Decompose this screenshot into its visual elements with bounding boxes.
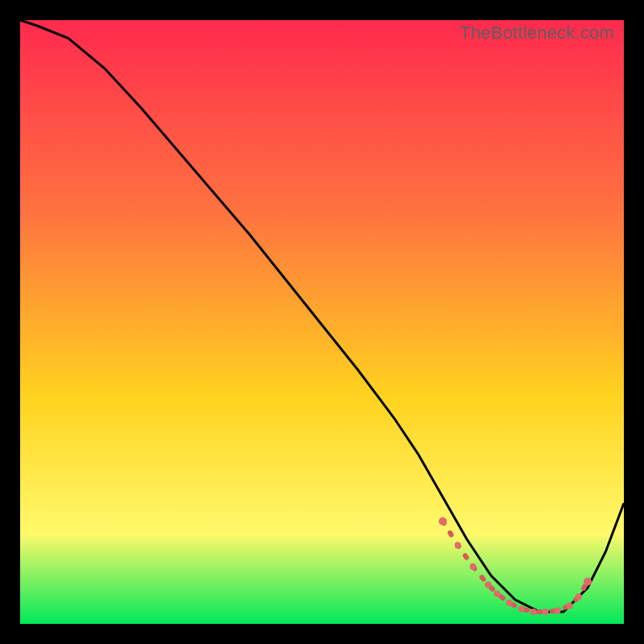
valley-marker-dot [555,608,561,614]
valley-marker-dot [543,609,549,615]
valley-marker-dot [439,518,447,526]
chart-frame: TheBottleneck.com [20,20,624,624]
valley-marker-dot [576,593,582,600]
valley-marker-dot [530,609,537,615]
valley-marker-dot [584,578,592,586]
valley-marker-dot [455,543,461,549]
valley-marker-dot [506,600,513,606]
valley-marker-dot [494,591,501,597]
valley-marker-dot [518,605,525,612]
bottleneck-chart [20,20,624,624]
valley-marker-dot [485,581,491,588]
watermark-text: TheBottleneck.com [460,23,614,43]
valley-marker-dot [470,564,477,570]
valley-marker-dot [567,603,573,609]
gradient-background [20,20,624,624]
